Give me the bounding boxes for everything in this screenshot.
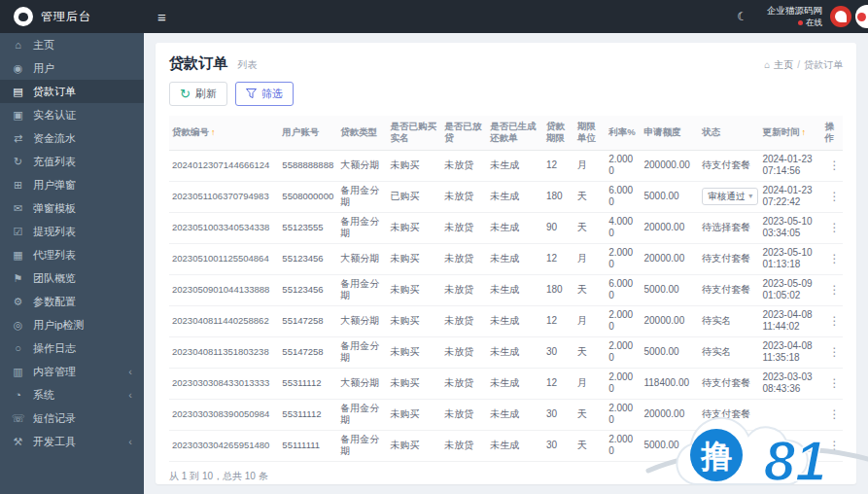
row-actions-button[interactable]: ⋮ [825,376,845,390]
cell-bought: 未购买 [388,212,442,243]
sidebar-item-ip-check[interactable]: ◎用户ip检测 [0,313,144,336]
sidebar-item-devtools[interactable]: ⚒开发工具‹ [0,430,144,453]
cell-account: 55123555 [279,212,337,243]
sidebar-item-realname[interactable]: ▣实名认证 [0,103,144,126]
row-actions-button[interactable]: ⋮ [825,159,845,172]
column-header-term_unit[interactable]: 期限单位 [574,116,606,150]
sidebar-menu: ⌂主页◉用户▤贷款订单▣实名认证⇄资金流水↻充值列表⊞用户弹窗✉弹窗模板☑提现列… [0,33,144,453]
cell-bought: 未购买 [388,243,442,274]
sidebar-item-label: 代理列表 [33,248,76,263]
brand-logo-icon [14,7,33,26]
cell-rate: 6.0000 [606,274,641,305]
cell-term_unit: 月 [574,368,606,399]
cell-term: 12 [543,305,574,336]
sort-asc-icon: ↑ [211,127,216,137]
sidebar-item-label: 主页 [33,38,54,53]
sidebar-item-content[interactable]: ▥内容管理‹ [0,360,144,383]
sidebar-item-sms[interactable]: ☏短信记录 [0,406,144,430]
breadcrumb: ⌂ 主页 / 贷款订单 [764,58,843,72]
toolbar: ↻ 刷新 筛选 [169,82,843,106]
page-subtitle: 列表 [237,59,257,70]
sidebar-item-team[interactable]: ⚑团队概览 [0,266,144,290]
cell-released: 未放贷 [441,368,487,399]
column-header-actions: 操作 [822,116,843,150]
column-header-term[interactable]: 贷款期限 [543,116,574,150]
cell-loan_type: 备用金分期 [337,399,387,430]
column-header-loan_no[interactable]: 贷款编号↑ [169,116,279,150]
row-actions-button[interactable]: ⋮ [825,314,845,328]
cell-amount: 20000.00 [641,305,699,336]
sidebar-toggle-icon[interactable]: ≡ [144,0,180,33]
cell-bought: 未购买 [388,430,442,461]
status-select[interactable]: 审核通过▾ [702,188,758,205]
realname-icon: ▣ [12,109,24,122]
column-header-repay_generated[interactable]: 是否已生成还款单 [487,116,543,150]
agents-icon: ▦ [12,249,24,262]
brand[interactable]: 管理后台 [0,0,144,33]
row-actions-button[interactable]: ⋮ [825,221,845,234]
column-header-status[interactable]: 状态 [699,116,759,150]
cell-term_unit: 天 [574,181,606,212]
column-header-rate[interactable]: 利率% [606,116,641,150]
page-title: 贷款订单 [169,54,227,71]
cell-status: 待支付套餐 [699,150,759,181]
cell-status: 待支付套餐 [699,274,759,305]
user-info[interactable]: 企业猫源码网 在线 [767,5,822,27]
cell-updated_at: 2023-05-09 01:05:02 [759,274,821,305]
sidebar-item-system[interactable]: ◔系统‹ [0,383,144,406]
sms-icon: ☏ [12,412,24,425]
sidebar-item-popup-template[interactable]: ✉弹窗模板 [0,196,144,220]
op-log-icon: ○ [12,342,24,354]
cell-rate: 2.0000 [606,399,641,430]
sidebar-item-withdraw[interactable]: ☑提现列表 [0,220,144,243]
refresh-button[interactable]: ↻ 刷新 [169,82,227,106]
ip-check-icon: ◎ [12,319,24,332]
cell-loan_no: 2023051106370794983 [169,181,279,212]
column-header-bought[interactable]: 是否已购买实名 [388,116,442,150]
row-actions-button[interactable]: ⋮ [825,439,845,452]
sidebar-item-agents[interactable]: ▦代理列表 [0,243,144,266]
sidebar-item-funds[interactable]: ⇄资金流水 [0,126,144,150]
sidebar-item-recharge[interactable]: ↻充值列表 [0,150,144,173]
cell-status: 待实名 [699,336,759,368]
cell-loan_no: 2024012307144666124 [169,150,279,181]
sidebar-item-params[interactable]: ⚙参数配置 [0,290,144,313]
cell-loan_type: 大额分期 [337,368,387,399]
row-actions-button[interactable]: ⋮ [825,407,845,421]
sidebar-item-user-popup[interactable]: ⊞用户弹窗 [0,173,144,196]
cell-actions: ⋮ [822,430,843,461]
row-actions-button[interactable]: ⋮ [825,283,845,297]
cell-actions: ⋮ [822,336,843,368]
cell-updated_at: 2024-01-23 07:22:42 [759,181,821,212]
sidebar-item-label: 资金流水 [33,131,76,146]
sidebar-item-users[interactable]: ◉用户 [0,56,144,80]
table-row: 20240123071446661245588888888大额分期未购买未放贷未… [169,150,843,181]
row-actions-button[interactable]: ⋮ [825,252,845,265]
sidebar-item-loan-orders[interactable]: ▤贷款订单 [0,80,144,103]
table-row: 202305100334053433855123555备用金分期未购买未放贷未生… [169,212,843,243]
cell-updated_at: 2023-05-10 03:34:05 [759,212,821,243]
cell-rate: 4.0000 [606,212,641,243]
dark-mode-icon[interactable]: ☾ [731,9,753,24]
column-header-account[interactable]: 用户账号 [279,116,337,150]
sidebar-item-op-log[interactable]: ○操作日志 [0,336,144,360]
sidebar-item-label: 操作日志 [33,341,76,356]
sidebar-item-home[interactable]: ⌂主页 [0,33,144,56]
theme-drawer-handle[interactable] [855,5,868,28]
column-header-released[interactable]: 是否已放贷 [441,116,487,150]
row-actions-button[interactable]: ⋮ [825,345,845,359]
column-header-updated_at[interactable]: 更新时间↑ [759,116,821,150]
column-header-loan_type[interactable]: 贷款类型 [337,116,387,150]
column-header-amount[interactable]: 申请额度 [641,116,699,150]
table-row: 202304081135180323855147258备用金分期未购买未放贷未生… [169,336,843,368]
filter-button[interactable]: 筛选 [235,82,294,106]
sidebar-item-label: 参数配置 [33,295,76,309]
sidebar-item-label: 团队概览 [33,271,76,286]
chevron-icon: ‹ [128,389,132,401]
user-status: 在线 [767,18,822,28]
breadcrumb-home-link[interactable]: 主页 [774,58,793,72]
avatar[interactable] [830,6,851,27]
cell-actions: ⋮ [822,243,843,274]
row-actions-button[interactable]: ⋮ [825,190,845,203]
cell-term_unit: 月 [574,150,606,181]
